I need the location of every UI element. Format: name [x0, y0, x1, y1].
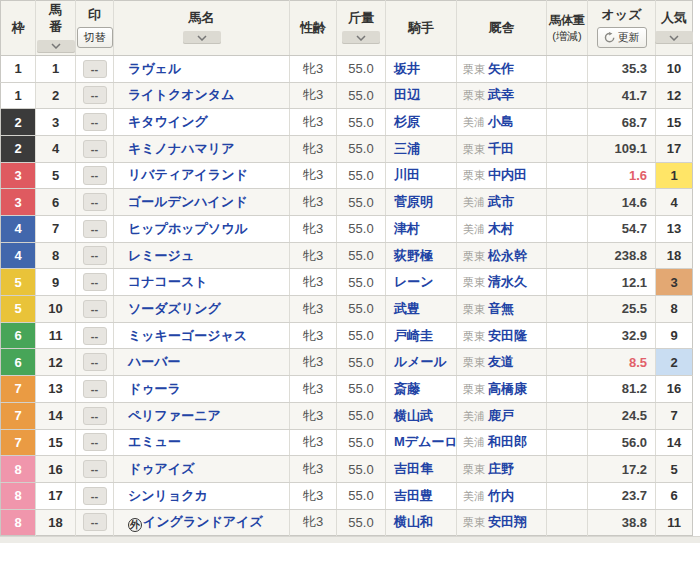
horse-name-cell: レミージュ	[114, 242, 290, 269]
mark-button[interactable]: --	[83, 60, 107, 78]
horse-name-link[interactable]: レミージュ	[128, 248, 194, 263]
trainer-link[interactable]: 木村	[488, 221, 514, 236]
mark-button[interactable]: --	[83, 193, 107, 211]
trainer-link[interactable]: 友道	[488, 354, 514, 369]
jockey-link[interactable]: 斎藤	[394, 381, 420, 396]
jockey-link[interactable]: ルメール	[394, 354, 447, 369]
mark-button[interactable]: --	[83, 273, 107, 291]
popularity-cell: 18	[656, 242, 693, 269]
horse-name-link[interactable]: ライトクオンタム	[128, 87, 234, 102]
jockey-link[interactable]: 田辺	[394, 87, 420, 102]
stable-cell: 美浦小島	[457, 109, 547, 136]
table-row: 7 13 -- ドゥーラ 牝3 55.0 斎藤 栗東高橋康 81.2 16	[1, 376, 693, 403]
horse-name-link[interactable]: エミュー	[128, 434, 181, 449]
jockey-link[interactable]: 杉原	[394, 114, 420, 129]
jockey-link[interactable]: 吉田隼	[394, 461, 433, 476]
mark-button[interactable]: --	[83, 220, 107, 238]
jockey-link[interactable]: 吉田豊	[394, 488, 433, 503]
sort-button-number[interactable]	[37, 40, 75, 53]
sort-button-popularity[interactable]	[655, 31, 693, 44]
mark-button[interactable]: --	[83, 353, 107, 371]
jockey-link[interactable]: 津村	[394, 221, 420, 236]
trainer-link[interactable]: 高橋康	[488, 381, 527, 396]
jockey-link[interactable]: Mデムーロ	[394, 434, 457, 449]
popularity-value: 6	[670, 488, 677, 503]
horse-name-link[interactable]: ラヴェル	[128, 61, 181, 76]
mark-button[interactable]: --	[83, 300, 107, 318]
horse-name-link[interactable]: リバティアイランド	[128, 167, 248, 182]
horse-name-link[interactable]: ドゥアイズ	[128, 461, 195, 476]
horse-weight-cell	[547, 82, 588, 109]
jockey-link[interactable]: 横山武	[394, 408, 433, 423]
horse-name-link[interactable]: ドゥーラ	[128, 381, 181, 396]
mark-button[interactable]: --	[83, 140, 107, 158]
horse-name-link[interactable]: ヒップホップソウル	[128, 221, 248, 236]
jockey-cell: レーン	[386, 269, 457, 296]
horse-name-link[interactable]: キミノナハマリア	[128, 141, 234, 156]
mark-button[interactable]: --	[83, 327, 107, 345]
horse-name-link[interactable]: ミッキーゴージャス	[128, 328, 247, 343]
horse-name-link[interactable]: ゴールデンハインド	[128, 194, 247, 209]
mark-button[interactable]: --	[83, 433, 107, 451]
trainer-link[interactable]: 千田	[488, 141, 514, 156]
horse-number: 12	[48, 355, 62, 370]
trainer-link[interactable]: 竹内	[488, 488, 514, 503]
frame-cell: 1	[1, 82, 36, 109]
jockey-link[interactable]: 三浦	[394, 141, 420, 156]
mark-button[interactable]: --	[83, 513, 107, 531]
mark-button[interactable]: --	[83, 246, 107, 264]
mark-button[interactable]: --	[83, 86, 107, 104]
trainer-link[interactable]: 武市	[488, 194, 514, 209]
stable-cell: 美浦和田郎	[457, 429, 547, 456]
trainer-link[interactable]: 鹿戸	[488, 408, 514, 423]
odds-refresh-button[interactable]: 更新	[597, 27, 647, 48]
jockey-link[interactable]: 武豊	[394, 301, 420, 316]
horse-name-link[interactable]: シンリョクカ	[128, 488, 208, 503]
trainer-link[interactable]: 小島	[488, 114, 514, 129]
horse-name-link[interactable]: キタウイング	[128, 114, 208, 129]
mark-cell: --	[76, 296, 114, 323]
trainer-link[interactable]: 安田翔	[488, 514, 527, 529]
trainer-link[interactable]: 清水久	[488, 274, 527, 289]
mark-button[interactable]: --	[83, 166, 107, 184]
trainer-link[interactable]: 中内田	[488, 167, 527, 182]
horse-number: 6	[52, 195, 59, 210]
jockey-link[interactable]: 菅原明	[394, 194, 433, 209]
jockey-cell: 吉田豊	[386, 482, 457, 509]
jockey-link[interactable]: 坂井	[394, 61, 420, 76]
frame-cell: 8	[1, 482, 36, 509]
horse-name-link[interactable]: イングランドアイズ	[143, 514, 263, 529]
mark-button[interactable]: --	[83, 487, 107, 505]
mark-button[interactable]: --	[83, 113, 107, 131]
mark-button[interactable]: --	[83, 460, 107, 478]
jockey-link[interactable]: 戸崎圭	[394, 328, 433, 343]
weight-cell: 55.0	[337, 509, 386, 536]
mark-button[interactable]: --	[83, 407, 107, 425]
trainer-link[interactable]: 松永幹	[488, 248, 527, 263]
trainer-link[interactable]: 音無	[488, 301, 514, 316]
horse-name-link[interactable]: ペリファーニア	[128, 408, 221, 423]
odds-value: 81.2	[622, 381, 647, 396]
trainer-link[interactable]: 和田郎	[488, 434, 527, 449]
trainer-link[interactable]: 安田隆	[488, 328, 527, 343]
jockey-link[interactable]: 荻野極	[394, 248, 433, 263]
horse-name-link[interactable]: ハーバー	[128, 354, 181, 369]
sort-button-weight[interactable]	[342, 31, 380, 44]
frame-number: 7	[14, 381, 21, 396]
popularity-value: 3	[670, 275, 677, 290]
horse-name-link[interactable]: コナコースト	[128, 274, 208, 289]
weight-cell: 55.0	[337, 456, 386, 483]
trainer-link[interactable]: 武幸	[488, 87, 514, 102]
mark-button[interactable]: --	[83, 380, 107, 398]
popularity-cell: 17	[656, 135, 693, 162]
jockey-link[interactable]: レーン	[394, 274, 434, 289]
jockey-link[interactable]: 横山和	[394, 514, 433, 529]
trainer-link[interactable]: 矢作	[488, 61, 514, 76]
trainer-link[interactable]: 庄野	[488, 461, 514, 476]
jockey-link[interactable]: 川田	[394, 167, 420, 182]
horse-name-link[interactable]: ソーダズリング	[128, 301, 221, 316]
sex-age-cell: 牝3	[290, 162, 337, 189]
sort-button-horse[interactable]	[183, 31, 221, 44]
mark-toggle-button[interactable]: 切替	[77, 27, 113, 48]
weight-cell: 55.0	[337, 109, 386, 136]
